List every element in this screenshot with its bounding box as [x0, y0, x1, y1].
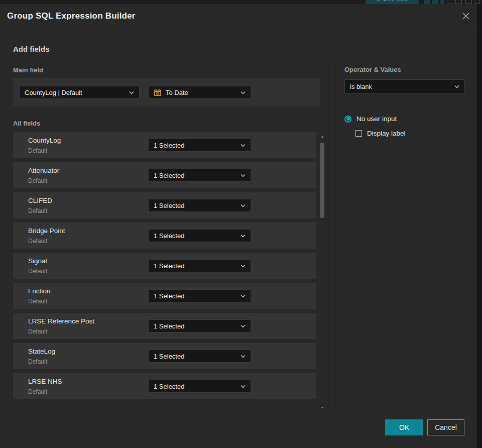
field-row: LRSE NHS Default 1 Selected — [13, 373, 316, 399]
fields-list-scrollbar[interactable]: ▲ ▼ — [319, 135, 326, 410]
field-type-dropdown[interactable]: To Date — [148, 86, 251, 99]
panel-divider — [332, 61, 332, 408]
toolbar-fragment — [440, 0, 444, 4]
chevron-down-icon — [240, 324, 246, 328]
field-selection-dropdown[interactable]: 1 Selected — [148, 289, 251, 302]
dialog-header: Group SQL Expression Builder — [0, 4, 477, 28]
field-name: Bridge Point — [28, 227, 65, 235]
checkbox-unchecked-icon — [355, 130, 362, 137]
field-selection-dropdown[interactable]: 1 Selected — [148, 350, 251, 363]
field-name: StateLog — [28, 348, 55, 355]
chevron-down-icon — [240, 294, 246, 298]
dialog-title: Group SQL Expression Builder — [7, 11, 136, 21]
scroll-up-icon[interactable]: ▲ — [319, 135, 326, 139]
field-name: LRSE Reference Post — [28, 317, 94, 325]
chevron-down-icon — [240, 144, 246, 147]
main-field-label: Main field — [13, 66, 43, 74]
field-subtitle: Default — [28, 177, 47, 184]
add-fields-heading: Add fields — [13, 45, 50, 53]
field-selection-dropdown[interactable]: 1 Selected — [148, 380, 251, 393]
field-row: Bridge Point Default 1 Selected — [13, 222, 316, 249]
live-view-toggle[interactable]: Live view — [366, 0, 419, 4]
field-selection-value: 1 Selected — [154, 232, 236, 240]
live-dot-icon — [377, 0, 380, 1]
chevron-down-icon — [240, 355, 246, 358]
field-selection-value: 1 Selected — [154, 383, 236, 390]
toolbar-fragment — [455, 0, 462, 4]
field-selection-dropdown[interactable]: 1 Selected — [148, 139, 251, 152]
toolbar-fragment — [424, 0, 430, 4]
field-selection-value: 1 Selected — [154, 353, 236, 360]
chevron-down-icon — [240, 174, 246, 177]
calendar-icon — [154, 88, 162, 96]
field-type-dropdown-value: To Date — [166, 89, 236, 96]
field-selection-dropdown[interactable]: 1 Selected — [148, 169, 251, 182]
group-sql-expression-builder-dialog: Group SQL Expression Builder Add fields … — [0, 4, 477, 448]
main-field-panel: CountyLog | Default To Date — [13, 78, 320, 106]
field-name: CLIFED — [28, 197, 52, 204]
field-selection-value: 1 Selected — [154, 292, 236, 300]
scroll-down-icon[interactable]: ▼ — [319, 406, 326, 410]
field-selection-dropdown[interactable]: 1 Selected — [148, 319, 251, 332]
field-row: CLIFED Default 1 Selected — [13, 192, 316, 218]
field-row: Friction Default 1 Selected — [13, 283, 316, 309]
field-selection-dropdown[interactable]: 1 Selected — [148, 199, 251, 212]
operator-dropdown-value: is blank — [350, 83, 450, 90]
ok-button[interactable]: OK — [385, 419, 423, 435]
field-row: CountyLog Default 1 Selected — [13, 132, 316, 158]
close-icon[interactable] — [460, 10, 472, 22]
field-row: Attenuator Default 1 Selected — [13, 162, 316, 188]
chevron-down-icon — [454, 85, 459, 88]
field-selection-value: 1 Selected — [154, 202, 236, 209]
field-selection-dropdown[interactable]: 1 Selected — [148, 229, 251, 242]
field-name: Signal — [28, 257, 47, 265]
field-subtitle: Default — [28, 328, 47, 335]
scrollbar-thumb[interactable] — [320, 143, 324, 218]
field-name: Friction — [28, 287, 50, 295]
display-label-checkbox[interactable]: Display label — [355, 130, 406, 137]
field-row: Signal Default 1 Selected — [13, 253, 316, 279]
field-subtitle: Default — [28, 147, 47, 154]
toolbar-fragment — [465, 0, 472, 4]
operator-values-label: Operator & Values — [344, 66, 401, 73]
field-subtitle: Default — [28, 358, 47, 365]
radio-selected-icon — [344, 116, 351, 123]
field-subtitle: Default — [28, 268, 47, 275]
all-fields-label: All fields — [13, 120, 40, 127]
background-app-strip: Live view — [0, 0, 482, 4]
chevron-down-icon — [240, 385, 246, 388]
field-subtitle: Default — [28, 238, 47, 245]
operator-dropdown[interactable]: is blank — [344, 79, 465, 93]
field-selection-value: 1 Selected — [154, 322, 236, 330]
field-name: Attenuator — [28, 167, 59, 174]
field-subtitle: Default — [28, 207, 47, 214]
field-subtitle: Default — [28, 388, 47, 395]
toolbar-fragment — [432, 0, 438, 4]
field-selection-value: 1 Selected — [154, 262, 236, 270]
field-row: StateLog Default 1 Selected — [13, 343, 316, 369]
field-selection-value: 1 Selected — [154, 172, 236, 179]
chevron-down-icon — [240, 234, 246, 238]
field-subtitle: Default — [28, 298, 47, 305]
field-name: CountyLog — [28, 137, 61, 144]
toolbar-fragment — [447, 0, 453, 4]
main-field-dropdown-value: CountyLog | Default — [25, 89, 125, 96]
no-user-input-radio[interactable]: No user input — [344, 115, 397, 123]
radio-label: No user input — [356, 115, 397, 123]
toolbar-fragment — [474, 0, 480, 4]
all-fields-list: CountyLog Default 1 Selected Attenuator … — [13, 132, 316, 403]
field-row: LRSE Reference Post Default 1 Selected — [13, 313, 316, 339]
field-selection-dropdown[interactable]: 1 Selected — [148, 259, 251, 272]
main-field-dropdown[interactable]: CountyLog | Default — [19, 86, 140, 99]
chevron-down-icon — [240, 91, 246, 94]
field-name: LRSE NHS — [28, 378, 62, 385]
field-selection-value: 1 Selected — [154, 142, 236, 149]
chevron-down-icon — [240, 204, 246, 207]
live-view-label: Live view — [383, 0, 408, 2]
checkbox-label: Display label — [367, 130, 406, 137]
cancel-button[interactable]: Cancel — [427, 419, 464, 435]
chevron-down-icon — [240, 264, 246, 268]
chevron-down-icon — [129, 91, 134, 94]
